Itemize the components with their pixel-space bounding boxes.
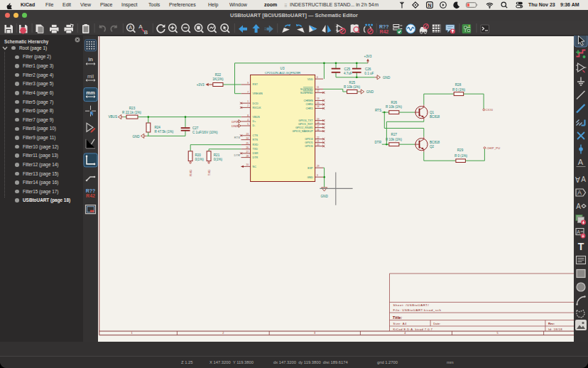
svg-text:14: 14	[317, 105, 320, 108]
svg-text:DND: DND	[232, 124, 238, 128]
svg-text:R29: R29	[457, 148, 464, 152]
svg-text:Q1: Q1	[430, 111, 435, 114]
svg-text:0.1 uF: 0.1 uF	[364, 72, 374, 75]
svg-text:R27: R27	[391, 133, 398, 136]
svg-text:DTR: DTR	[375, 141, 382, 144]
svg-text:R 0 (1%): R 0 (1%)	[454, 154, 468, 158]
svg-text:CTS: CTS	[253, 134, 258, 137]
svg-text:CHIP_PU: CHIP_PU	[486, 146, 500, 150]
svg-text:Sheet: /USBtoUART/: Sheet: /USBtoUART/	[393, 303, 430, 307]
svg-text:27: 27	[246, 151, 249, 153]
svg-text:CHREN: CHREN	[303, 99, 312, 102]
svg-text:R??: R??	[86, 188, 96, 193]
svg-text:Rev:: Rev:	[548, 322, 555, 325]
svg-text:5: 5	[247, 123, 249, 126]
svg-text:Id: 18/18: Id: 18/18	[548, 328, 562, 331]
svg-text:EXP: EXP	[307, 167, 313, 170]
svg-text:2: 2	[247, 104, 249, 107]
svg-text:Size: A4: Size: A4	[393, 322, 408, 325]
svg-text:A: A	[575, 175, 580, 183]
svg-text:9: 9	[247, 82, 249, 85]
svg-text:26: 26	[246, 146, 249, 149]
svg-text:DTR: DTR	[234, 153, 240, 157]
svg-text:24: 24	[246, 137, 249, 140]
svg-text:RTS: RTS	[234, 136, 241, 139]
svg-text:A: A	[581, 175, 586, 183]
svg-text:N: N	[428, 3, 431, 8]
svg-text:GPIO3_WAKEUP: GPIO3_WAKEUP	[292, 130, 313, 133]
svg-text:20: 20	[317, 144, 320, 146]
svg-text:R 10k (1%): R 10k (1%)	[344, 85, 360, 89]
svg-text:11: 11	[317, 86, 320, 89]
svg-text:BC818: BC818	[430, 115, 440, 119]
svg-text:12: 12	[317, 90, 320, 92]
svg-text:R26: R26	[391, 101, 398, 104]
svg-text:R28: R28	[455, 83, 462, 87]
svg-text:RST: RST	[253, 83, 258, 86]
svg-text:GPIO2_RS485: GPIO2_RS485	[295, 126, 313, 129]
svg-text:R25: R25	[349, 81, 356, 85]
svg-text:GPIO6: GPIO6	[305, 145, 312, 148]
svg-text:GND: GND	[383, 76, 391, 80]
svg-text:4: 4	[404, 332, 405, 335]
svg-text:CP2102N-A02-GQFN28R: CP2102N-A02-GQFN28R	[265, 71, 301, 75]
svg-text:R??: R??	[379, 24, 389, 29]
svg-text:22: 22	[317, 136, 320, 139]
svg-text:C26: C26	[365, 67, 371, 71]
svg-text:0(1%): 0(1%)	[214, 158, 223, 161]
svg-text:RXD: RXD	[189, 170, 192, 176]
svg-text:4: 4	[247, 119, 249, 121]
svg-text:R 47.5k (1%): R 47.5k (1%)	[155, 130, 174, 134]
svg-text:DTR: DTR	[253, 156, 258, 159]
svg-text:1K(1%): 1K(1%)	[212, 77, 224, 81]
svg-text:7: 7	[247, 91, 249, 94]
svg-text:+3V3: +3V3	[364, 55, 372, 58]
svg-text:GND: GND	[132, 135, 140, 139]
svg-text:DPD: DPD	[232, 120, 238, 124]
svg-text:A: A	[577, 229, 580, 234]
svg-text:R24: R24	[155, 126, 161, 129]
svg-text:Date:: Date:	[433, 322, 440, 325]
svg-text:C25: C25	[344, 67, 351, 71]
svg-text:CHR1: CHR1	[306, 107, 313, 110]
svg-text:DSR: DSR	[253, 152, 258, 155]
svg-text:6: 6	[317, 76, 318, 79]
svg-text:GPIO1_RXT: GPIO1_RXT	[298, 123, 313, 126]
svg-text:R 0 (1%): R 0 (1%)	[452, 88, 466, 92]
svg-text:0(1%): 0(1%)	[195, 158, 205, 161]
svg-text:R 22.1k (1%): R 22.1k (1%)	[122, 111, 141, 114]
svg-text:R22: R22	[215, 73, 222, 77]
svg-text:13: 13	[317, 97, 320, 100]
svg-text:mm: mm	[86, 90, 94, 95]
svg-text:15: 15	[317, 102, 320, 104]
svg-text:TXD: TXD	[207, 170, 211, 175]
svg-text:R21: R21	[214, 153, 220, 157]
svg-text:SUSPEND: SUSPEND	[300, 92, 313, 94]
svg-text:TXD: TXD	[253, 148, 258, 151]
svg-text:CIO0: CIO0	[486, 108, 494, 112]
svg-text:10: 10	[246, 163, 249, 166]
svg-text:GND: GND	[366, 90, 374, 94]
svg-text:R 10k (1%): R 10k (1%)	[386, 138, 402, 141]
svg-text:R42: R42	[379, 29, 388, 34]
svg-text:A: A	[576, 202, 581, 210]
svg-text:U3: U3	[281, 67, 285, 70]
svg-text:VBUS: VBUS	[253, 116, 261, 119]
svg-text:GPIO0_TXT: GPIO0_TXT	[298, 119, 313, 122]
svg-text:A: A	[138, 23, 143, 30]
svg-text:RTS: RTS	[253, 139, 258, 141]
svg-text:3: 3	[314, 332, 315, 335]
svg-text:R 10k (1%): R 10k (1%)	[386, 105, 402, 109]
svg-text:KiCad E.D.A. kicad 7.0.7: KiCad E.D.A. kicad 7.0.7	[393, 328, 433, 331]
svg-text:4.7uF: 4.7uF	[344, 72, 352, 75]
svg-text:mil: mil	[87, 74, 94, 79]
svg-text:Title:: Title:	[393, 315, 403, 320]
svg-text:2: 2	[222, 332, 224, 335]
svg-text:GPIO4: GPIO4	[305, 138, 312, 141]
svg-text:VDD: VDD	[307, 78, 313, 81]
svg-text:VREGIN: VREGIN	[253, 92, 263, 95]
svg-text:CHR0: CHR0	[306, 103, 313, 106]
svg-text:C27: C27	[192, 126, 199, 130]
svg-text:R42: R42	[86, 193, 95, 198]
svg-text:23: 23	[246, 133, 249, 136]
